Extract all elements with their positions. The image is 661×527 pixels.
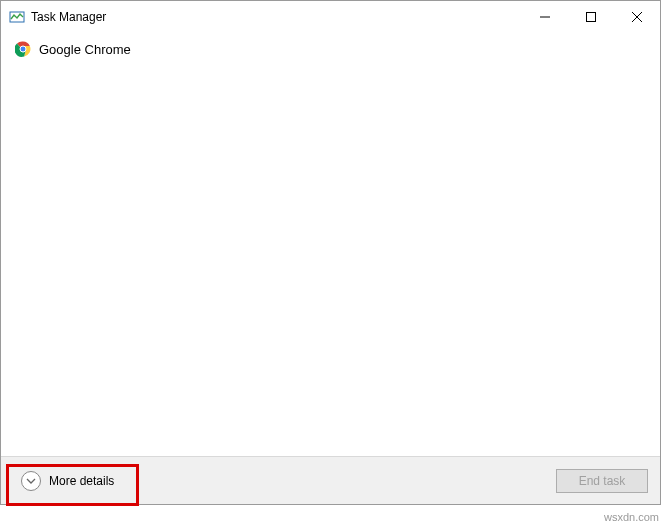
titlebar-left: Task Manager: [1, 9, 522, 25]
app-title: Task Manager: [31, 10, 106, 24]
window-controls: [522, 1, 660, 33]
more-details-button[interactable]: More details: [13, 465, 122, 497]
svg-rect-2: [587, 13, 596, 22]
minimize-button[interactable]: [522, 1, 568, 33]
chevron-down-icon: [21, 471, 41, 491]
footer: More details End task: [1, 456, 660, 504]
chrome-icon: [15, 41, 31, 57]
maximize-button[interactable]: [568, 1, 614, 33]
task-manager-icon: [9, 9, 25, 25]
watermark: wsxdn.com: [604, 511, 659, 523]
process-name: Google Chrome: [39, 42, 131, 57]
close-button[interactable]: [614, 1, 660, 33]
process-list: Google Chrome: [1, 33, 660, 456]
task-manager-window: Task Manager: [0, 0, 661, 505]
end-task-button[interactable]: End task: [556, 469, 648, 493]
more-details-label: More details: [49, 474, 114, 488]
process-row[interactable]: Google Chrome: [9, 37, 652, 61]
titlebar: Task Manager: [1, 1, 660, 33]
